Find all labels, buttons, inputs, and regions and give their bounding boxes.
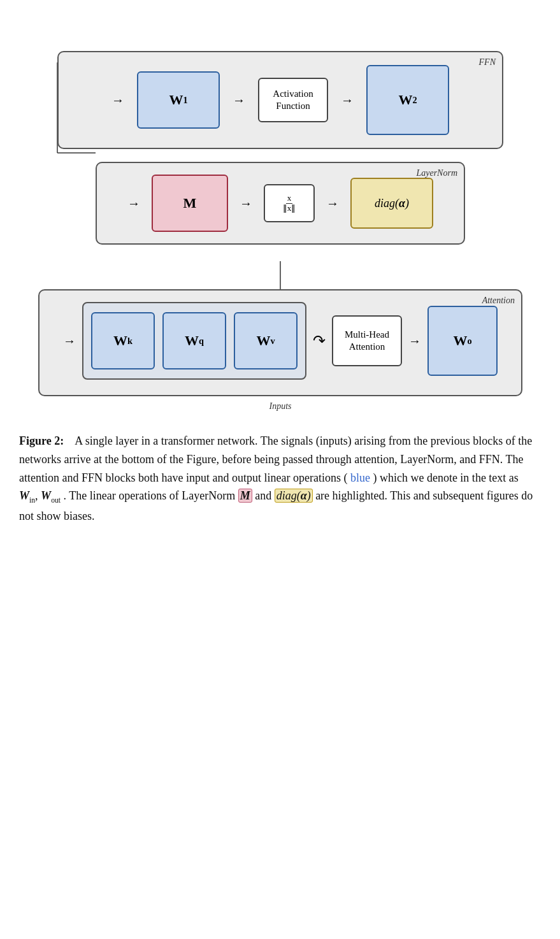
- ffn-activation-box: Activation Function: [258, 78, 328, 122]
- caption-diag-highlight: diag(α): [275, 489, 313, 503]
- caption-text-2: ) which we denote in the text as: [373, 471, 518, 484]
- ffn-arrow-1: →: [233, 93, 245, 108]
- figure-caption: Figure 2: A single layer in a transforme…: [19, 432, 542, 526]
- ln-arrow-1: →: [240, 196, 252, 211]
- ln-diag-box: diag(α): [350, 178, 433, 229]
- ln-arrow-2: →: [326, 196, 339, 211]
- inputs-label: Inputs: [19, 401, 542, 412]
- attn-panel: Attention → Wk Wq Wv ↷: [38, 289, 522, 396]
- attn-wq-box: Wq: [162, 312, 226, 369]
- ffn-label: FFN: [479, 57, 496, 68]
- caption-m-highlight: M: [238, 489, 252, 503]
- ffn-w2-box: W2: [366, 65, 449, 135]
- ln-frac-num: x: [286, 194, 293, 203]
- ffn-input-arrow: →: [111, 93, 124, 108]
- ffn-panel: FFN → W1 → Activation Function → W2: [57, 51, 503, 149]
- attn-wo-box: Wo: [427, 306, 498, 376]
- attn-mha-box: Multi-Head Attention: [332, 315, 402, 366]
- ln-norm-box: x ‖x‖: [264, 184, 315, 222]
- attn-label: Attention: [482, 296, 515, 306]
- caption-text-3: . The linear operations of LayerNorm: [64, 489, 236, 502]
- ln-frac-den: ‖x‖: [282, 204, 298, 213]
- ln-m-box: M: [152, 175, 228, 232]
- ffn-activation-label: Activation Function: [273, 88, 313, 113]
- attn-curved-arrow: ↷: [313, 332, 326, 350]
- attn-wk-box: Wk: [91, 312, 155, 369]
- caption-blue-word: blue: [350, 471, 370, 484]
- ln-input-arrow: →: [127, 196, 140, 211]
- caption-win: W: [19, 489, 29, 502]
- diagram: + + FFN: [19, 51, 542, 412]
- caption-wout: W: [41, 489, 51, 502]
- ln-fraction: x ‖x‖: [282, 194, 298, 213]
- caption-win-sub: in: [29, 496, 35, 505]
- attn-input-arrow: →: [63, 334, 76, 348]
- ffn-arrow-2: →: [341, 93, 354, 108]
- attn-mha-label: Multi-Head Attention: [345, 329, 389, 354]
- caption-text-4: and: [255, 489, 275, 502]
- attn-inner-panel: Wk Wq Wv: [82, 302, 306, 380]
- figure-label: Figure 2:: [19, 434, 64, 447]
- attn-wv-box: Wv: [234, 312, 298, 369]
- ln-label: LayerNorm: [416, 168, 457, 178]
- caption-wout-sub: out: [51, 496, 61, 505]
- ln-diag-label: diag(α): [375, 197, 409, 210]
- attn-arrow: →: [408, 334, 421, 348]
- ln-panel: LayerNorm → M → x ‖x‖ →: [96, 162, 465, 245]
- ffn-w1-box: W1: [137, 71, 220, 129]
